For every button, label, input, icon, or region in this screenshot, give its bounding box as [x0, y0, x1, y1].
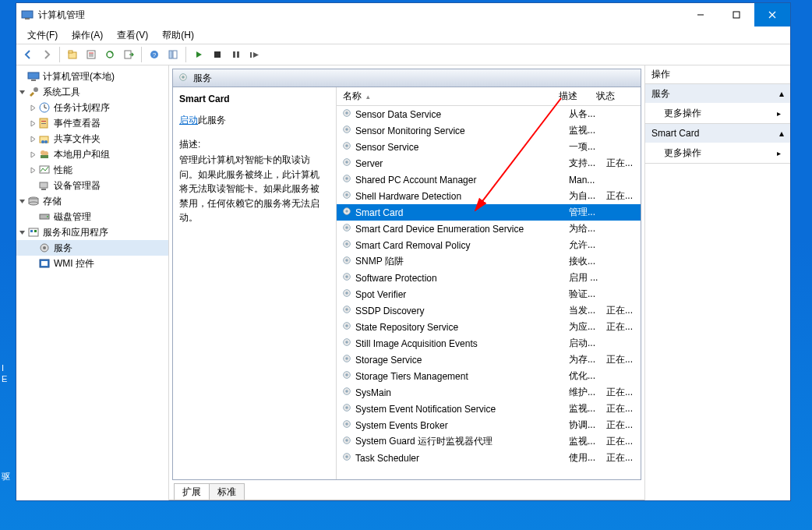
pane-title: 服务 [193, 72, 212, 85]
service-row[interactable]: SysMain维护...正在... [337, 384, 641, 401]
service-row[interactable]: Shell Hardware Detection为自...正在... [337, 188, 641, 204]
service-row[interactable]: Sensor Service一项... [337, 139, 641, 155]
service-desc: 支持... [566, 157, 603, 170]
service-row[interactable]: Storage Service为存...正在... [337, 352, 641, 368]
export-button[interactable] [120, 46, 137, 63]
expand-toggle[interactable] [27, 136, 38, 143]
action-more-smart-card[interactable]: 更多操作 ▸ [645, 143, 790, 163]
service-row[interactable]: Task Scheduler使用...正在... [337, 450, 641, 466]
expand-toggle[interactable] [16, 89, 27, 96]
window-close-button[interactable] [754, 3, 790, 26]
tree-event-viewer[interactable]: 事件查看器 [16, 115, 168, 131]
service-row[interactable]: TCP/IP NetBIOS Helper提供...正在... [337, 466, 641, 467]
menu-view[interactable]: 查看(V) [111, 27, 154, 44]
tab-extended[interactable]: 扩展 [174, 483, 210, 500]
restart-button[interactable] [246, 46, 263, 63]
tree-services-apps[interactable]: 服务和应用程序 [16, 224, 168, 240]
services-list[interactable]: Sensor Data Service从各...Sensor Monitorin… [337, 106, 641, 467]
show-hide-button[interactable] [164, 46, 182, 63]
refresh-button[interactable] [101, 46, 118, 63]
column-status[interactable]: 状态 [590, 87, 627, 105]
horizontal-scrollbar[interactable] [337, 467, 641, 479]
navigation-tree[interactable]: 计算机管理(本地) 系统工具 任务计划程序 [16, 65, 169, 500]
service-row[interactable]: Shared PC Account ManagerMan... [337, 171, 641, 188]
svg-rect-22 [28, 72, 39, 79]
expand-toggle[interactable] [27, 104, 38, 111]
svg-rect-43 [29, 228, 38, 236]
tree-task-scheduler[interactable]: 任务计划程序 [16, 100, 168, 115]
expand-toggle[interactable] [16, 229, 27, 236]
svg-point-69 [345, 242, 348, 246]
service-row[interactable]: Software Protection启用 ... [337, 270, 641, 286]
properties-button[interactable] [83, 46, 100, 63]
tree-wmi[interactable]: WMI 控件 [16, 256, 168, 271]
tree-root[interactable]: 计算机管理(本地) [16, 69, 168, 84]
menu-file[interactable]: 文件(F) [21, 27, 64, 44]
service-row[interactable]: SNMP 陷阱接收... [337, 253, 641, 270]
gear-icon [341, 451, 352, 465]
tree-system-tools[interactable]: 系统工具 [16, 84, 168, 100]
svg-point-67 [345, 226, 348, 229]
tree-shared-folders[interactable]: 共享文件夹 [16, 131, 168, 147]
service-desc: 为给... [566, 222, 603, 235]
service-row[interactable]: Smart Card Device Enumeration Service为给.… [337, 221, 641, 237]
menu-action[interactable]: 操作(A) [65, 27, 109, 44]
service-row[interactable]: Smart Card Removal Policy允许... [337, 237, 641, 253]
service-desc: 为自... [566, 189, 603, 203]
action-group-smart-card[interactable]: Smart Card ▴ [645, 124, 790, 143]
expand-toggle[interactable] [27, 167, 38, 174]
column-name[interactable]: 名称▴ [337, 87, 553, 105]
tree-storage[interactable]: 存储 [16, 193, 168, 209]
wmi-icon [38, 257, 51, 270]
description-text: 管理此计算机对智能卡的取读访问。如果此服务被终止，此计算机将无法取读智能卡。如果… [179, 153, 328, 225]
service-row[interactable]: Smart Card管理... [337, 204, 641, 221]
expand-toggle[interactable] [27, 151, 38, 158]
service-row[interactable]: Storage Tiers Management优化... [337, 368, 641, 384]
svg-point-59 [345, 161, 348, 164]
tree-device-manager[interactable]: 设备管理器 [16, 178, 168, 193]
play-button[interactable] [190, 46, 207, 63]
titlebar[interactable]: 计算机管理 [16, 3, 790, 26]
start-service-link[interactable]: 启动 [179, 115, 198, 125]
pause-button[interactable] [228, 46, 245, 63]
svg-rect-45 [34, 230, 37, 232]
action-group-services[interactable]: 服务 ▴ [645, 84, 790, 103]
up-button[interactable] [64, 46, 81, 63]
service-row[interactable]: Spot Verifier验证... [337, 286, 641, 302]
svg-rect-20 [237, 51, 239, 58]
tree-services[interactable]: 服务 [16, 240, 168, 256]
window-minimize-button[interactable] [683, 3, 718, 26]
svg-rect-28 [41, 123, 46, 124]
help-button[interactable]: ? [146, 46, 163, 63]
service-desc: 启动... [566, 337, 603, 350]
svg-point-61 [345, 177, 348, 180]
service-row[interactable]: System Events Broker协调...正在... [337, 417, 641, 433]
gear-icon [341, 353, 352, 366]
svg-rect-17 [173, 51, 177, 58]
forward-button[interactable] [38, 46, 55, 63]
tree-disk-management[interactable]: 磁盘管理 [16, 209, 168, 224]
service-row[interactable]: Sensor Monitoring Service监视... [337, 122, 641, 139]
expand-toggle[interactable] [27, 120, 38, 127]
service-desc: 为应... [566, 320, 603, 334]
service-row[interactable]: Server支持...正在... [337, 155, 641, 171]
computer-management-window: 计算机管理 文件(F) 操作(A) 查看(V) 帮助(H) ? [16, 2, 791, 501]
service-row[interactable]: System Guard 运行时监视器代理监视...正在... [337, 433, 641, 450]
stop-button[interactable] [209, 46, 226, 63]
service-row[interactable]: System Event Notification Service监视...正在… [337, 401, 641, 417]
expand-toggle[interactable] [16, 198, 27, 205]
column-description[interactable]: 描述 [553, 87, 590, 105]
menu-help[interactable]: 帮助(H) [156, 27, 200, 44]
back-button[interactable] [19, 46, 37, 63]
service-row[interactable]: Still Image Acquisition Events启动... [337, 335, 641, 352]
tree-performance[interactable]: 性能 [16, 162, 168, 178]
tree-local-users[interactable]: 本地用户和组 [16, 147, 168, 162]
gear-icon [341, 369, 352, 383]
service-desc: 监视... [566, 402, 603, 415]
service-row[interactable]: Sensor Data Service从各... [337, 106, 641, 122]
service-row[interactable]: SSDP Discovery当发...正在... [337, 302, 641, 319]
service-row[interactable]: State Repository Service为应...正在... [337, 319, 641, 335]
action-more-services[interactable]: 更多操作 ▸ [645, 103, 790, 123]
tab-standard[interactable]: 标准 [209, 483, 245, 500]
window-maximize-button[interactable] [718, 3, 754, 26]
